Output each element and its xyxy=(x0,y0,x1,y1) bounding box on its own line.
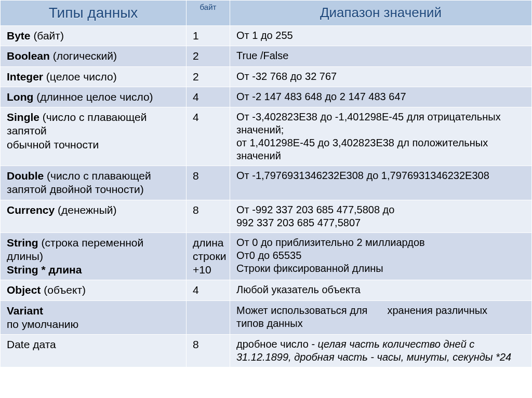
type-name: Object xyxy=(7,284,41,296)
table-row: String (строка переменной длины) String … xyxy=(1,232,532,280)
range-line: От -3,402823Е38 до -1,401298Е-45 для отр… xyxy=(236,111,501,122)
type-paren: (число с плавающей xyxy=(47,170,151,182)
type-cell: Date дата xyxy=(1,335,187,367)
range-line: хранения различных xyxy=(387,305,487,316)
range-line: типов данных xyxy=(236,318,303,329)
type-paren: (объект) xyxy=(44,284,86,296)
range-line: От0 до 65535 xyxy=(236,250,301,261)
type-cell: Variant по умолчанию xyxy=(1,300,187,335)
bytes-cell: 2 xyxy=(187,66,230,87)
type-cell: Object (объект) xyxy=(1,280,187,300)
table-row: Single (число с плавающей запятой обычно… xyxy=(1,107,532,166)
range-cell: От -992 337 203 685 477,5808 до 992 337 … xyxy=(230,200,532,232)
type-paren: (целое число) xyxy=(46,71,117,83)
table-row: Currency (денежный) 8 От -992 337 203 68… xyxy=(1,200,532,232)
type-line2: запятой двойной точности) xyxy=(7,183,144,195)
range-line: от 1,401298Е-45 до 3,402823Е38 дл положи… xyxy=(236,137,488,148)
range-cell: дробное число - целая часть количество д… xyxy=(230,335,532,367)
bytes-cell: 2 xyxy=(187,46,230,66)
type-paren: (длинное целое число) xyxy=(36,91,153,103)
bytes-cell: 4 xyxy=(187,280,230,300)
range-cell: Может использоваться дляхранения различн… xyxy=(230,300,532,335)
range-cell: Любой указатель объекта xyxy=(230,280,532,300)
type-line2-bold: String * длина xyxy=(7,264,82,276)
type-line2: обычной точности xyxy=(7,139,99,150)
type-post: дата xyxy=(30,338,56,350)
bytes-cell xyxy=(187,300,230,335)
range-line: Строки фиксированной длины xyxy=(236,263,383,274)
type-cell: Single (число с плавающей запятой обычно… xyxy=(1,107,187,166)
range-line: 992 337 203 685 477,5807 xyxy=(236,217,361,228)
data-types-table: Типы данных байт Диапазон значений Byte … xyxy=(0,0,532,367)
range-cell: От -32 768 до 32 767 xyxy=(230,66,532,87)
type-name: String xyxy=(7,237,38,249)
range-line: Может использоваться для xyxy=(236,305,367,316)
table-row: Byte (байт) 1 От 1 до 255 xyxy=(1,26,532,46)
table-row: Long (длинное целое число) 4 От -2 147 4… xyxy=(1,87,532,107)
type-cell: Double (число с плавающей запятой двойно… xyxy=(1,166,187,200)
range-cell: От -1,7976931346232Е308 до 1,79769313462… xyxy=(230,166,532,200)
type-name: Variant xyxy=(7,305,43,317)
table-header-row: Типы данных байт Диапазон значений xyxy=(1,1,532,26)
table-row: Integer (целое число) 2 От -32 768 до 32… xyxy=(1,66,532,87)
table-row: Boolean (логический) 2 True /False xyxy=(1,46,532,66)
type-paren: (байт) xyxy=(33,30,64,42)
type-cell: String (строка переменной длины) String … xyxy=(1,232,187,280)
type-paren: (логический) xyxy=(53,50,117,62)
type-cell: Long (длинное целое число) xyxy=(1,87,187,107)
type-name: Currency xyxy=(7,204,55,216)
range-cell: True /False xyxy=(230,46,532,66)
type-paren: (денежный) xyxy=(58,204,116,216)
type-name: Long xyxy=(7,91,33,103)
bytes-cell: 4 xyxy=(187,87,230,107)
type-cell: Integer (целое число) xyxy=(1,66,187,87)
range-line: От 0 до приблизительно 2 миллиардов xyxy=(236,237,425,248)
header-bytes: байт xyxy=(187,1,230,26)
type-name: Byte xyxy=(7,30,31,42)
type-name: Double xyxy=(7,170,44,182)
range-cell: От -2 147 483 648 до 2 147 483 647 xyxy=(230,87,532,107)
header-range: Диапазон значений xyxy=(230,1,532,26)
range-cell: От -3,402823Е38 до -1,401298Е-45 для отр… xyxy=(230,107,532,166)
type-name: Integer xyxy=(7,71,43,83)
bytes-cell: длина строки +10 xyxy=(187,232,230,280)
range-line: дробное число - xyxy=(236,338,318,350)
table-row: Date дата 8 дробное число - целая часть … xyxy=(1,335,532,367)
table-row: Double (число с плавающей запятой двойно… xyxy=(1,166,532,200)
range-italic: 31.12.1899, дробная часть - часы, минуты… xyxy=(236,351,511,363)
bytes-cell: 8 xyxy=(187,335,230,367)
table-row: Object (объект) 4 Любой указатель объект… xyxy=(1,280,532,300)
bytes-cell: 1 xyxy=(187,26,230,46)
range-cell: От 1 до 255 xyxy=(230,26,532,46)
type-cell: Byte (байт) xyxy=(1,26,187,46)
range-line: значений; xyxy=(236,124,284,135)
type-name: Single xyxy=(7,111,39,123)
type-name: Date xyxy=(7,338,30,350)
header-types: Типы данных xyxy=(1,1,187,26)
range-line: От -992 337 203 685 477,5808 до xyxy=(236,204,394,215)
bytes-cell: 8 xyxy=(187,166,230,200)
type-line2: по умолчанию xyxy=(7,318,78,330)
bytes-cell: 8 xyxy=(187,200,230,232)
table-row: Variant по умолчанию Может использоватьс… xyxy=(1,300,532,335)
type-cell: Boolean (логический) xyxy=(1,46,187,66)
range-cell: От 0 до приблизительно 2 миллиардов От0 … xyxy=(230,232,532,280)
range-line: значений xyxy=(236,150,281,161)
type-cell: Currency (денежный) xyxy=(1,200,187,232)
range-italic: целая часть количество дней с xyxy=(318,338,475,350)
type-name: Boolean xyxy=(7,50,50,62)
bytes-cell: 4 xyxy=(187,107,230,166)
